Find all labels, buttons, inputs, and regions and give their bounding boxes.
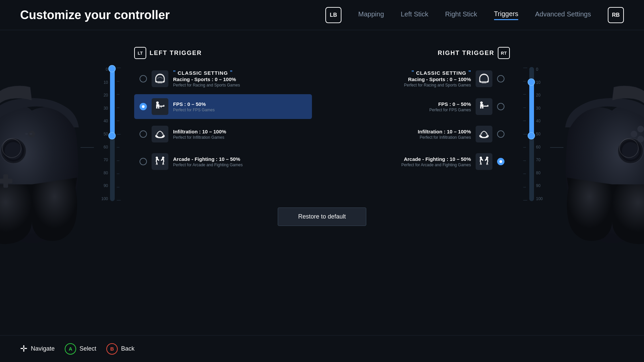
right-infiltration-range: Infiltration : 10 – 100% (337, 129, 471, 134)
select-hint: A Select (65, 343, 96, 355)
select-label: Select (79, 345, 96, 352)
right-trigger-panel: RT RIGHT TRIGGER (332, 47, 510, 174)
svg-rect-13 (163, 105, 165, 106)
right-preset-list: " CLASSIC SETTING " Racing - Sports : 0 … (332, 66, 510, 174)
scale-80: 80 (101, 171, 108, 175)
right-trigger-title: RIGHT TRIGGER (438, 50, 494, 57)
right-controller: 0 10 20 30 40 50 60 70 80 90 100 (523, 47, 644, 315)
svg-point-45 (637, 136, 644, 142)
left-icon-arcade (152, 153, 168, 170)
restore-container: Restore to default (278, 207, 366, 226)
svg-point-43 (631, 131, 637, 137)
svg-rect-14 (161, 107, 162, 108)
right-fps-range: FPS : 0 – 50% (337, 101, 471, 107)
svg-rect-8 (30, 133, 32, 135)
svg-line-38 (487, 162, 488, 165)
right-preset-classic[interactable]: " CLASSIC SETTING " Racing - Sports : 0 … (332, 66, 510, 92)
left-preset-fps[interactable]: FPS : 0 – 50% Perfect for FPS Games (134, 94, 312, 119)
svg-rect-7 (25, 133, 28, 135)
scale-20: 20 (101, 93, 108, 98)
left-classic-name: CLASSIC SETTING (178, 70, 228, 76)
right-icon-infiltration (476, 126, 492, 142)
left-preset-classic[interactable]: " CLASSIC SETTING " Racing - Sports : 0 … (134, 66, 312, 92)
scale-60: 60 (101, 145, 108, 149)
right-preset-infiltration[interactable]: Infiltration : 10 – 100% Perfect for Inf… (332, 122, 510, 146)
tab-mapping[interactable]: Mapping (358, 10, 384, 19)
left-radio-classic[interactable] (140, 75, 147, 82)
main-layout: 0 10 20 30 40 50 60 70 80 90 100 (0, 30, 644, 362)
scale-100: 100 (101, 196, 108, 201)
right-classic-header: " CLASSIC SETTING " (337, 70, 471, 76)
left-classic-desc: Perfect for Racing and Sports Games (173, 83, 307, 87)
svg-point-26 (480, 102, 483, 104)
right-classic-name: CLASSIC SETTING (416, 70, 466, 76)
svg-point-17 (156, 136, 158, 138)
right-info-infiltration: Infiltration : 10 – 100% Perfect for Inf… (337, 129, 471, 140)
scale-50: 50 (101, 132, 108, 136)
left-scale: 0 10 20 30 40 50 60 70 80 90 100 (101, 67, 108, 201)
left-preset-list: " CLASSIC SETTING " Racing - Sports : 0 … (134, 66, 312, 174)
left-controller: 0 10 20 30 40 50 60 70 80 90 100 (0, 47, 121, 315)
right-controller-art (530, 57, 644, 258)
right-classic-range: Racing - Sports : 0 – 100% (337, 76, 471, 82)
left-slider-top-handle[interactable] (108, 65, 116, 72)
left-trigger-title: LEFT TRIGGER (150, 50, 202, 57)
right-preset-arcade[interactable]: Arcade - Fighting : 10 – 50% Perfect for… (332, 149, 510, 174)
svg-line-35 (481, 162, 482, 165)
right-radio-infiltration[interactable] (497, 130, 504, 138)
left-trigger-badge: LT (134, 47, 146, 59)
left-radio-infiltration[interactable] (140, 130, 147, 138)
svg-rect-5 (0, 179, 12, 183)
navigate-hint: ✛ Navigate (20, 344, 55, 354)
svg-point-11 (156, 102, 159, 104)
right-icon-arcade (476, 153, 492, 170)
restore-button[interactable]: Restore to default (278, 207, 366, 226)
svg-point-32 (486, 136, 488, 138)
nav-items: LB Mapping Left Stick Right Stick Trigge… (325, 7, 624, 23)
navigate-label: Navigate (31, 345, 55, 352)
right-controller-section: 0 10 20 30 40 50 60 70 80 90 100 (523, 30, 644, 362)
left-controller-section: 0 10 20 30 40 50 60 70 80 90 100 (0, 30, 121, 362)
left-trigger-panel: LT LEFT TRIGGER (134, 47, 312, 174)
scale-10: 10 (101, 80, 108, 85)
left-controller-art (0, 57, 114, 258)
svg-rect-27 (483, 106, 488, 107)
left-preset-arcade[interactable]: Arcade - Fighting : 10 – 50% Perfect for… (134, 149, 312, 174)
svg-point-2 (5, 142, 22, 160)
svg-line-21 (157, 162, 158, 165)
left-info-arcade: Arcade - Fighting : 10 – 50% Perfect for… (173, 156, 307, 167)
a-button-icon: A (65, 343, 76, 355)
left-preset-infiltration[interactable]: Infiltration : 10 – 100% Perfect for Inf… (134, 122, 312, 146)
lb-badge[interactable]: LB (325, 7, 341, 23)
right-preset-fps[interactable]: FPS : 0 – 50% Perfect for FPS Games (332, 94, 510, 119)
tab-right-stick[interactable]: Right Stick (445, 10, 477, 19)
rb-badge[interactable]: RB (608, 7, 624, 23)
right-radio-fps[interactable] (497, 103, 504, 110)
left-radio-arcade[interactable] (140, 158, 147, 165)
left-ticks (117, 67, 121, 201)
left-fps-desc: Perfect for FPS Games (173, 108, 307, 112)
left-slider-track[interactable] (110, 67, 115, 201)
right-radio-arcade[interactable] (497, 158, 504, 165)
left-info-classic: " CLASSIC SETTING " Racing - Sports : 0 … (173, 70, 307, 87)
scale-0: 0 (101, 67, 108, 72)
tab-left-stick[interactable]: Left Stick (401, 10, 428, 19)
right-classic-desc: Perfect for Racing and Sports Games (337, 83, 471, 87)
triggers-container: LT LEFT TRIGGER (121, 47, 523, 174)
right-fps-desc: Perfect for FPS Games (337, 108, 471, 112)
left-slider-area: 0 10 20 30 40 50 60 70 80 90 100 (101, 67, 121, 201)
scale-40: 40 (101, 119, 108, 123)
left-slider-fill (110, 67, 115, 134)
right-radio-classic[interactable] (497, 75, 504, 82)
right-icon-fps (476, 98, 492, 115)
b-button-icon: B (106, 343, 118, 355)
left-slider-bottom-handle[interactable] (108, 132, 116, 139)
left-radio-fps[interactable] (140, 103, 147, 110)
svg-point-44 (637, 126, 644, 132)
left-icon-fps (152, 98, 168, 115)
right-ticks (523, 67, 527, 201)
header: Customize your controller LB Mapping Lef… (0, 0, 644, 30)
tab-advanced-settings[interactable]: Advanced Settings (535, 10, 591, 19)
svg-rect-10 (157, 81, 162, 83)
tab-triggers[interactable]: Triggers (494, 10, 519, 20)
